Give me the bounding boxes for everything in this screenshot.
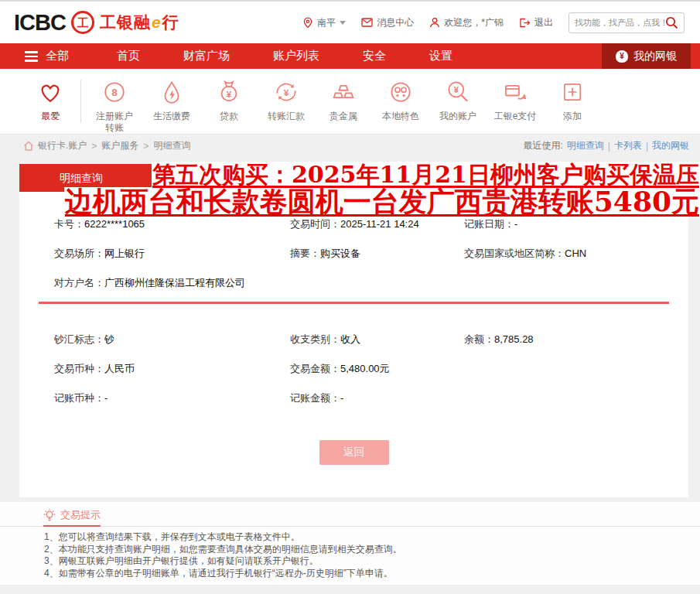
tip-item: 4、如需带有公章的电子明细账单，请通过我行手机银行“远程办-历史明细”下单申请。 [44, 568, 692, 579]
breadcrumb-item-card-account[interactable]: 银行卡.账户 [38, 139, 87, 152]
svg-text:¥: ¥ [284, 87, 289, 97]
transaction-tips: 交易提示 1、您可以将查询结果下载，并保存到文本或电子表格文件中。 2、本功能只… [0, 502, 700, 585]
location-selector[interactable]: 南平 [302, 16, 346, 29]
search-input[interactable] [575, 18, 665, 27]
shortcut-add[interactable]: 添加 [544, 77, 601, 122]
money-bag-icon: ¥ [616, 50, 628, 63]
message-center-link[interactable]: 消息中心 [361, 16, 414, 29]
nav-item-home[interactable]: 首页 [117, 49, 140, 63]
lightbulb-icon [43, 509, 56, 522]
my-account-search-icon: ¥ [429, 77, 487, 107]
svg-text:¥: ¥ [453, 85, 459, 95]
field-booking-currency: 记账币种：- [54, 392, 290, 405]
loan-moneybag-icon: ¥ [200, 77, 258, 107]
gold-bars-icon [315, 77, 372, 107]
shortcut-label: 生活缴费 [143, 111, 200, 122]
recent-link-detail-query[interactable]: 明细查询 [567, 139, 604, 152]
welcome-label: 欢迎您，*广锦 [444, 16, 504, 29]
annotation-line2: 边机两台和长款卷圆机一台发广西贵港转账5480元 [64, 187, 700, 215]
annotation-line1: 第五次购买：2025年11月21日柳州客户购买保温压 [152, 162, 700, 187]
my-ebank-button[interactable]: ¥ 我的网银 [602, 43, 691, 69]
shortcut-bar: 最爱 8 注册账户转账 生活缴费 ¥ 贷款 ¥ 转账汇款 [0, 69, 700, 134]
shortcut-precious-metals[interactable]: 贵金属 [315, 77, 372, 122]
detail-fields-bottom: 钞汇标志：钞 收支类别：收入 余额：8,785.28 交易币种：人民币 交易金额… [19, 333, 688, 405]
shortcut-label: 工银e支付 [487, 111, 544, 122]
back-button[interactable]: 返回 [319, 440, 389, 465]
icbc-emblem-icon: 工 [71, 11, 94, 34]
shortcut-register-transfer[interactable]: 8 注册账户转账 [86, 77, 143, 134]
welcome-user[interactable]: 欢迎您，*广锦 [429, 16, 504, 29]
tip-item: 3、网银互联账户明细由开户银行提供，如有疑问请联系开户银行。 [44, 556, 692, 566]
local-features-icon [372, 77, 429, 107]
search-box [569, 12, 685, 33]
shortcut-label: 贵金属 [315, 111, 372, 122]
shortcut-label: 注册账户转账 [86, 111, 143, 134]
shortcut-local-features[interactable]: 本地特色 [372, 77, 429, 122]
main-nav: 全部 首页 财富广场 账户列表 安全 设置 ¥ 我的网银 [0, 43, 700, 69]
heart-icon [22, 77, 79, 107]
home-icon[interactable] [23, 141, 34, 151]
field-country: 交易国家或地区简称：CHN [464, 248, 673, 260]
main-content: 明细查询 第五次购买：2025年11月21日柳州客户购买保温压 边机两台和长款卷… [0, 157, 700, 585]
recent-link-card-list[interactable]: 卡列表 [614, 139, 642, 152]
nav-item-accounts[interactable]: 账户列表 [273, 49, 319, 63]
field-cash-flag: 钞汇标志：钞 [54, 333, 290, 346]
button-row: 返回 [19, 440, 688, 497]
chevron-down-icon [340, 21, 346, 25]
recent-link-my-ebank[interactable]: 我的网银 [652, 139, 689, 152]
my-ebank-label: 我的网银 [633, 50, 677, 63]
field-income-type: 收支类别：收入 [290, 333, 464, 346]
shortcut-loans[interactable]: ¥ 贷款 [200, 77, 258, 122]
footer-strip [0, 585, 700, 594]
breadcrumb-bar: 银行卡.账户 > 账户服务 > 明细查询 最近使用: 明细查询 | 卡列表 | … [0, 134, 700, 157]
detail-card: 明细查询 第五次购买：2025年11月21日柳州客户购买保温压 边机两台和长款卷… [19, 164, 688, 497]
life-payment-icon [143, 77, 200, 107]
logout-button[interactable]: 退出 [519, 16, 553, 29]
icbc-wordmark: ICBC [14, 10, 66, 36]
epay-card-icon [487, 77, 544, 107]
shortcut-transfer-remittance[interactable]: ¥ 转账汇款 [258, 77, 315, 122]
recent-used: 最近使用: 明细查询 | 卡列表 | 我的网银 [523, 139, 689, 152]
tip-item: 1、您可以将查询结果下载，并保存到文本或电子表格文件中。 [44, 532, 692, 542]
search-icon[interactable] [665, 16, 678, 29]
field-counterparty-name: 对方户名：广西柳州佳隆保温工程有限公司 [54, 277, 673, 289]
breadcrumb-separator: > [91, 141, 97, 152]
shortcut-label: 添加 [544, 111, 601, 122]
shortcut-favorites[interactable]: 最爱 [22, 77, 79, 122]
transfer-remittance-icon: ¥ [258, 77, 315, 107]
breadcrumb-item-account-service[interactable]: 账户服务 [101, 139, 138, 152]
location-pin-icon [302, 17, 313, 29]
shortcut-icbc-epay[interactable]: 工银e支付 [487, 77, 544, 122]
shortcut-my-account[interactable]: ¥ 我的账户 [429, 77, 487, 122]
breadcrumb-item-detail-query[interactable]: 明细查询 [153, 139, 190, 152]
icbc-logo[interactable]: ICBC 工 工银融e行 [14, 10, 179, 36]
nav-item-security[interactable]: 安全 [363, 49, 386, 63]
nav-item-settings[interactable]: 设置 [429, 49, 452, 63]
recent-used-label: 最近使用: [523, 139, 562, 152]
shortcut-label: 贷款 [200, 111, 258, 122]
icbc-ebank-page: ICBC 工 工银融e行 南平 消息中心 欢迎您，*广锦 退出 [0, 0, 700, 594]
header: ICBC 工 工银融e行 南平 消息中心 欢迎您，*广锦 退出 [0, 2, 700, 43]
field-transaction-currency: 交易币种：人民币 [54, 363, 290, 375]
nav-item-wealth[interactable]: 财富广场 [183, 49, 230, 63]
tip-item: 2、本功能只支持查询账户明细，如您需要查询具体交易的明细信息请到相关交易查询。 [44, 544, 692, 555]
shortcut-life-payment[interactable]: 生活缴费 [143, 77, 200, 122]
header-actions: 南平 消息中心 欢迎您，*广锦 退出 [302, 12, 685, 33]
field-booking-date: 记账日期：- [464, 218, 673, 230]
field-transaction-amount: 交易金额：5,480.00元 [290, 363, 464, 375]
tips-header: 交易提示 [0, 508, 700, 527]
hamburger-menu-icon[interactable] [25, 51, 38, 62]
field-summary: 摘要：购买设备 [290, 248, 464, 260]
user-icon [429, 17, 440, 28]
register-transfer-icon: 8 [86, 77, 143, 107]
shortcut-label: 我的账户 [429, 111, 487, 122]
tips-list: 1、您可以将查询结果下载，并保存到文本或电子表格文件中。 2、本功能只支持查询账… [0, 527, 700, 585]
logout-icon [519, 18, 531, 28]
breadcrumb-separator: > [143, 141, 149, 152]
annotation-overlay: 第五次购买：2025年11月21日柳州客户购买保温压 边机两台和长款卷圆机一台发… [64, 162, 700, 215]
tips-title: 交易提示 [60, 508, 101, 522]
nav-item-all[interactable]: 全部 [46, 49, 69, 63]
shortcut-label: 本地特色 [372, 111, 429, 122]
envelope-icon [361, 18, 373, 27]
shortcut-label: 转账汇款 [258, 111, 315, 122]
